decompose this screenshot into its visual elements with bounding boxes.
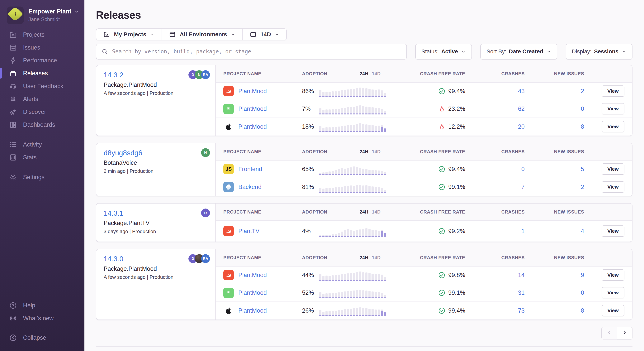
spark-range-14d-toggle[interactable]: 14D — [372, 255, 381, 260]
crashes-count-link[interactable]: 20 — [469, 123, 528, 130]
chevron-down-icon — [461, 49, 466, 54]
crashes-count-link[interactable]: 1 — [469, 228, 528, 235]
project-link[interactable]: PlantTV — [238, 228, 260, 235]
view-button[interactable]: View — [602, 121, 624, 132]
release-package-name: Package.PlantMood — [104, 81, 209, 88]
environment-filter[interactable]: All Environments — [162, 29, 243, 40]
release-cards: 14.3.2Package.PlantMoodA few seconds ago… — [96, 65, 632, 320]
apple-platform-icon — [223, 305, 234, 316]
spark-range-14d-toggle[interactable]: 14D — [372, 71, 381, 76]
sidebar-collapse-nav: Collapse — [0, 331, 84, 344]
sidebar-item-stats[interactable]: Stats — [0, 151, 84, 164]
sidebar-item-performance[interactable]: Performance — [0, 54, 84, 67]
search-box — [96, 44, 407, 60]
new-issues-count-link[interactable]: 2 — [528, 88, 588, 95]
spark-range-24h-toggle[interactable]: 24H — [360, 71, 368, 76]
avatar: D — [201, 209, 210, 217]
sidebar-item-issues[interactable]: Issues — [0, 41, 84, 54]
project-link[interactable]: Backend — [238, 184, 262, 190]
project-cell: PlantTV — [216, 226, 302, 236]
sidebar-item-settings[interactable]: Settings — [0, 171, 84, 184]
release-meta: A few seconds ago | Production — [104, 90, 209, 96]
pagination-prev-button[interactable] — [602, 327, 617, 339]
sidebar-item-label: Projects — [23, 31, 44, 38]
release-card: 14.3.2Package.PlantMoodA few seconds ago… — [96, 65, 632, 136]
column-header-adoption: ADOPTION — [302, 71, 340, 76]
project-link[interactable]: PlantMood — [238, 105, 267, 112]
project-link[interactable]: PlantMood — [238, 88, 267, 95]
sidebar-item-projects[interactable]: Projects — [0, 28, 84, 41]
crashes-count-link[interactable]: 73 — [469, 307, 528, 314]
new-issues-count-link[interactable]: 0 — [528, 105, 588, 112]
projects-filter[interactable]: My Projects — [96, 29, 162, 40]
display-filter-button[interactable]: Display: Sessions — [566, 44, 633, 60]
release-version-link[interactable]: 14.3.2 — [104, 71, 124, 79]
project-link[interactable]: PlantMood — [238, 123, 267, 130]
release-package-name: BotanaVoice — [104, 159, 209, 166]
new-issues-count-link[interactable]: 8 — [528, 123, 588, 130]
crashes-count-link[interactable]: 31 — [469, 289, 528, 296]
sidebar-item-user-feedback[interactable]: User Feedback — [0, 80, 84, 93]
project-link[interactable]: PlantMood — [238, 289, 267, 296]
view-button[interactable]: View — [602, 86, 624, 97]
project-link[interactable]: PlantMood — [238, 307, 267, 314]
view-cell: View — [602, 121, 624, 132]
column-header-new-issues: NEW ISSUES — [528, 71, 588, 76]
sidebar-item-activity[interactable]: Activity — [0, 138, 84, 151]
spark-range-24h-toggle[interactable]: 24H — [360, 149, 368, 154]
view-button[interactable]: View — [602, 181, 624, 193]
date-range-filter[interactable]: 14D — [243, 29, 286, 40]
sort-by-filter-button[interactable]: Sort By: Date Created — [480, 44, 557, 60]
pagination-next-button[interactable] — [617, 327, 632, 339]
spark-range-24h-toggle[interactable]: 24H — [360, 255, 368, 260]
spark-range-14d-toggle[interactable]: 14D — [372, 149, 381, 154]
new-issues-count-link[interactable]: 2 — [528, 184, 588, 190]
crashes-count-link[interactable]: 7 — [469, 184, 528, 190]
new-issues-count-link[interactable]: 9 — [528, 272, 588, 279]
column-header-project-name: PROJECT NAME — [216, 209, 302, 215]
crash-free-rate-cell: 99.4% — [413, 307, 469, 314]
sidebar-item-whats-new[interactable]: What's new — [0, 312, 84, 325]
release-project-row: PlantTV4%99.2%14View — [216, 221, 632, 242]
crashes-count-link[interactable]: 43 — [469, 88, 528, 95]
adoption-percentage: 4% — [302, 228, 319, 235]
view-button[interactable]: View — [602, 225, 624, 237]
sidebar-item-dashboards[interactable]: Dashboards — [0, 118, 84, 131]
sidebar-item-discover[interactable]: Discover — [0, 105, 84, 118]
display-filter-label: Display: — [572, 48, 592, 55]
spark-range-24h-toggle[interactable]: 24H — [360, 209, 368, 215]
main-content: Releases My Projects All Environments — [84, 0, 644, 351]
release-version-link[interactable]: d8yug8sdg6 — [104, 149, 142, 157]
column-header-crashes: CRASHES — [469, 149, 528, 154]
chevron-left-icon — [606, 329, 612, 336]
page-title: Releases — [96, 9, 632, 21]
issues-icon — [9, 43, 17, 52]
help-icon — [9, 301, 17, 310]
search-row: Status: Active Sort By: Date Created Dis… — [96, 44, 632, 60]
sidebar-item-help[interactable]: Help — [0, 299, 84, 312]
project-link[interactable]: PlantMood — [238, 272, 267, 279]
sidebar-item-releases[interactable]: Releases — [0, 67, 84, 80]
org-switcher[interactable]: Empower Plant Jane Schmidt — [0, 5, 84, 23]
view-button[interactable]: View — [602, 163, 624, 175]
sidebar-item-collapse[interactable]: Collapse — [0, 331, 84, 344]
new-issues-count-link[interactable]: 8 — [528, 307, 588, 314]
view-button[interactable]: View — [602, 287, 624, 298]
crashes-count-link[interactable]: 0 — [469, 166, 528, 173]
search-input[interactable] — [112, 48, 402, 55]
release-version-link[interactable]: 14.3.1 — [104, 209, 124, 217]
view-button[interactable]: View — [602, 305, 624, 316]
adoption-percentage: 52% — [302, 289, 319, 296]
project-link[interactable]: Frontend — [238, 166, 262, 173]
new-issues-count-link[interactable]: 4 — [528, 228, 588, 235]
view-button[interactable]: View — [602, 269, 624, 281]
release-version-link[interactable]: 14.3.0 — [104, 255, 124, 263]
view-button[interactable]: View — [602, 103, 624, 114]
new-issues-count-link[interactable]: 5 — [528, 166, 588, 173]
crashes-count-link[interactable]: 62 — [469, 105, 528, 112]
new-issues-count-link[interactable]: 0 — [528, 289, 588, 296]
status-filter-button[interactable]: Status: Active — [415, 44, 472, 60]
sidebar-item-alerts[interactable]: Alerts — [0, 93, 84, 105]
crashes-count-link[interactable]: 14 — [469, 272, 528, 279]
spark-range-14d-toggle[interactable]: 14D — [372, 209, 381, 215]
